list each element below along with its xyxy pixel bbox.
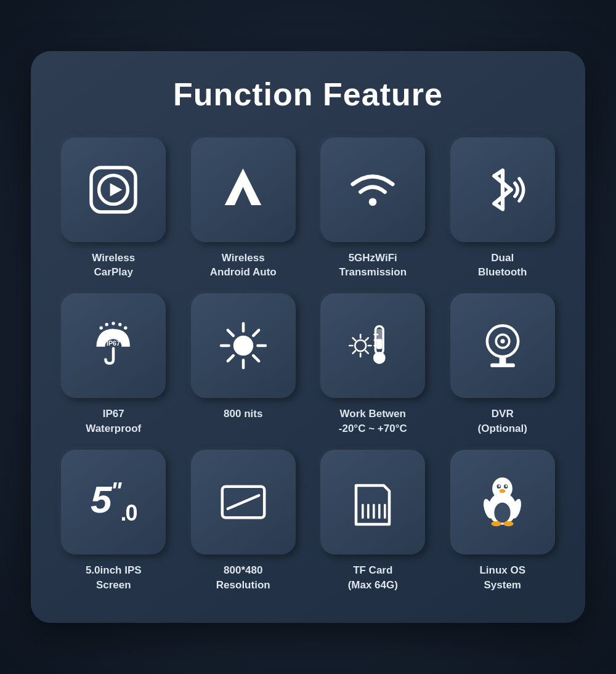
svg-point-7 [105,323,108,326]
ip67-label: IP67Waterproof [86,407,141,436]
fiveinch-label: 5.0inch IPSScreen [86,563,142,593]
svg-point-39 [500,339,505,343]
features-grid: WirelessCarPlay WirelessAndroid Auto [55,137,561,593]
bluetooth-svg [475,162,530,217]
svg-point-56 [500,489,506,493]
resolution-icon-box [191,450,296,554]
svg-line-43 [228,495,259,509]
tfcard-icon-box [320,450,425,554]
sun-svg [216,318,271,373]
temp-icon-box [320,293,425,398]
feature-resolution: 800*480Resolution [185,450,302,593]
bluetooth-label: DualBluetooth [478,251,527,280]
svg-point-10 [124,327,127,330]
svg-line-19 [253,330,259,336]
svg-point-55 [506,485,508,487]
svg-point-8 [112,322,115,325]
resolution-label: 800*480Resolution [216,563,270,593]
feature-wifi: 5GHzWiFiTransmission [315,137,431,280]
svg-point-50 [495,503,511,523]
temperature-label: Work Betwen-20°C ~ +70°C [339,407,407,436]
dvr-label: DVR(Optional) [478,407,527,436]
page-title: Function Feature [55,76,561,113]
feature-ip67: IP67 IP67Waterproof [55,293,172,436]
svg-point-57 [492,521,501,526]
svg-point-54 [498,485,500,487]
svg-point-24 [373,352,386,364]
feature-linux: Linux OSSystem [445,450,561,593]
feature-dvr: DVR(Optional) [445,293,561,436]
linux-icon-box [450,450,555,554]
svg-rect-41 [490,363,515,367]
svg-marker-3 [225,169,262,206]
androidauto-svg [217,163,269,216]
svg-point-9 [118,323,121,326]
svg-point-28 [355,340,366,351]
tfcard-svg [348,474,397,530]
androidauto-label: WirelessAndroid Auto [210,251,277,280]
svg-text:IP67: IP67 [107,339,120,347]
wifi-label: 5GHzWiFiTransmission [339,251,407,280]
svg-point-51 [492,477,513,500]
wifi-svg [345,162,400,217]
svg-point-6 [100,327,103,330]
wifi-icon-box [320,137,425,242]
tfcard-label: TF Card(Max 64G) [348,563,398,593]
svg-line-17 [228,330,233,336]
svg-line-33 [353,338,356,341]
bluetooth-icon-box [450,137,555,242]
feature-android-auto: WirelessAndroid Auto [185,137,302,280]
ip67-svg: IP67 [86,318,141,373]
dvr-icon-box [450,293,555,398]
svg-line-36 [366,338,369,341]
svg-line-35 [353,351,356,354]
linux-label: Linux OSSystem [479,563,525,593]
nits-label: 800 nits [224,407,262,421]
linux-svg [476,474,529,530]
sun-icon-box [191,293,296,398]
svg-rect-40 [499,357,506,365]
fiveinch-text: 5".0 [91,477,137,526]
svg-point-12 [233,336,253,355]
temp-svg [345,318,400,373]
feature-wireless-carplay: WirelessCarPlay [55,137,172,280]
resolution-svg [216,474,271,530]
svg-point-4 [369,198,377,206]
androidauto-icon-box [191,137,296,242]
svg-point-58 [503,521,513,526]
feature-5inch: 5".0 5.0inch IPSScreen [55,450,172,593]
svg-line-18 [253,355,259,361]
main-card: Function Feature WirelessCarPlay [31,51,585,623]
ip67-icon-box: IP67 [61,293,166,398]
feature-bluetooth: DualBluetooth [445,137,561,280]
svg-marker-2 [110,183,123,197]
carplay-svg [86,162,141,217]
dvr-svg [475,318,530,373]
feature-800nits: 800 nits [185,293,302,436]
feature-temperature: Work Betwen-20°C ~ +70°C [315,293,431,436]
svg-line-34 [366,351,369,354]
svg-line-20 [228,355,233,361]
carplay-icon-box [61,137,166,242]
carplay-label: WirelessCarPlay [92,251,135,280]
feature-tfcard: TF Card(Max 64G) [315,450,431,593]
fiveinch-icon-box: 5".0 [61,450,166,554]
